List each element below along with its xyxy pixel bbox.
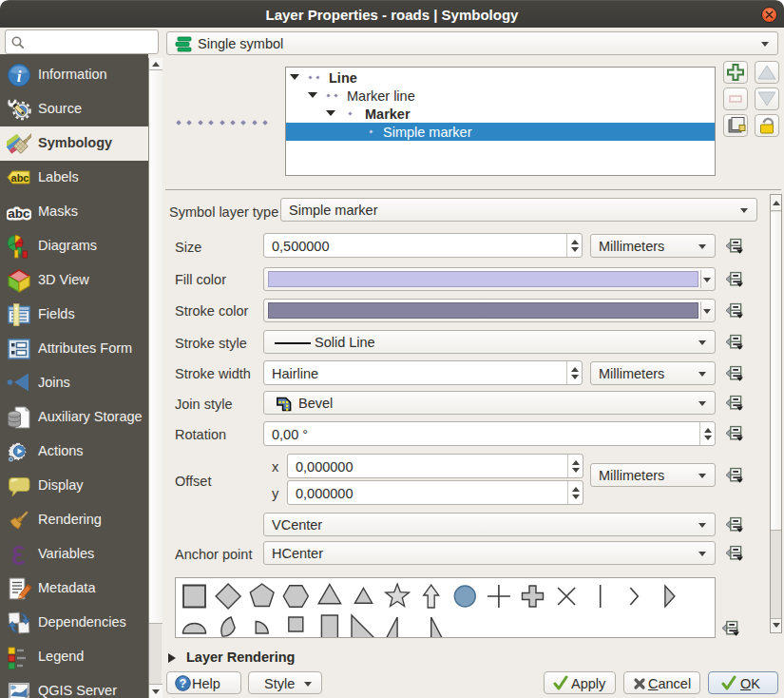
svg-text:i: i	[17, 68, 22, 86]
svg-text:abc: abc	[11, 172, 29, 184]
svg-text:?: ?	[180, 677, 186, 690]
svg-text:abc: abc	[8, 206, 30, 221]
